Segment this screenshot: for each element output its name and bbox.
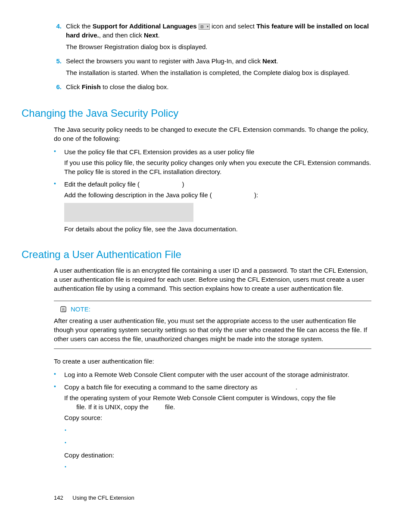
feature-dropdown-icon: ⊟: [199, 24, 210, 30]
text: Copy destination:: [64, 451, 371, 460]
bullet-icon: •: [54, 370, 64, 381]
bold-text: Support for Additional Languages: [93, 22, 197, 30]
list-item: •: [65, 438, 371, 449]
text: [75, 438, 371, 447]
divider: [54, 348, 371, 349]
text: Use the policy file that CFL Extension p…: [64, 147, 371, 156]
text: .: [296, 383, 297, 391]
text: .: [158, 31, 159, 39]
text: For details about the policy file, see t…: [64, 224, 371, 233]
text: Select the browsers you want to register…: [66, 57, 262, 65]
note-label: NOTE:: [71, 305, 90, 314]
list-item: •: [65, 426, 371, 436]
text: Add the following description in the Jav…: [64, 191, 212, 199]
text: Click the: [66, 22, 93, 30]
code-block: [64, 203, 193, 222]
footer-title: Using the CFL Extension: [72, 495, 134, 501]
step-body: Click Finish to close the dialog box.: [66, 82, 371, 94]
step-body: Click the Support for Additional Languag…: [66, 22, 371, 54]
bullet-icon: •: [54, 383, 64, 424]
text: .: [277, 57, 278, 65]
list-item: • Use the policy file that CFL Extension…: [54, 147, 371, 178]
step-body: Select the browsers you want to register…: [66, 56, 371, 80]
text: icon and select: [210, 22, 256, 30]
bullet-icon: •: [65, 462, 75, 473]
text: file. If it is UNIX, copy the: [76, 403, 150, 411]
step-6: 6. Click Finish to close the dialog box.: [54, 82, 371, 94]
note-header: NOTE:: [59, 305, 371, 314]
text: Copy source:: [64, 413, 371, 422]
svg-rect-0: [61, 307, 66, 312]
text: , and then click: [99, 31, 144, 39]
page-number: 142: [54, 495, 63, 501]
text: Edit the default policy file (: [64, 180, 140, 188]
divider: [54, 301, 371, 301]
text: ):: [254, 191, 258, 199]
bold-text: Next: [262, 57, 277, 65]
list-item: • Log into a Remote Web Console Client c…: [54, 370, 371, 381]
bullet-icon: •: [65, 426, 75, 436]
text: The installation is started. When the in…: [66, 68, 371, 77]
bullet-icon: •: [54, 180, 64, 235]
note-body: After creating a user authentication fil…: [54, 316, 371, 343]
bold-text: Finish: [82, 83, 101, 90]
step-number: 5.: [54, 56, 66, 80]
text: If you use this policy file, the securit…: [64, 158, 371, 176]
heading-java-security: Changing the Java Security Policy: [22, 106, 371, 121]
text: The Browser Registration dialog box is d…: [66, 42, 371, 51]
bullet-icon: •: [65, 438, 75, 449]
bold-text: Next: [144, 31, 158, 39]
page-footer: 142 Using the CFL Extension: [54, 494, 134, 502]
text: [75, 462, 371, 471]
note-icon: [59, 305, 67, 313]
step-number: 6.: [54, 82, 66, 94]
text: Log into a Remote Web Console Client com…: [64, 370, 371, 379]
text: If the operating system of your Remote W…: [64, 394, 336, 401]
step-5: 5. Select the browsers you want to regis…: [54, 56, 371, 80]
text: [75, 426, 371, 435]
text: Copy a batch file for executing a comman…: [64, 383, 259, 391]
text: Click: [66, 83, 82, 90]
list-item: •: [65, 462, 371, 473]
step-number: 4.: [54, 22, 66, 54]
bullet-icon: •: [54, 147, 64, 178]
text: To create a user authentication file:: [54, 357, 371, 366]
text: file.: [165, 403, 175, 411]
list-item: • Edit the default policy file ( ) Add t…: [54, 180, 371, 235]
list-item: • Copy a batch file for executing a comm…: [54, 383, 371, 424]
text: to close the dialog box.: [101, 83, 169, 90]
heading-user-auth: Creating a User Authentication File: [22, 247, 371, 262]
section-intro: The Java security policy needs to be cha…: [54, 125, 371, 143]
step-4: 4. Click the Support for Additional Lang…: [54, 22, 371, 54]
text: ): [182, 180, 184, 188]
section-intro: A user authentication file is an encrypt…: [54, 266, 371, 293]
